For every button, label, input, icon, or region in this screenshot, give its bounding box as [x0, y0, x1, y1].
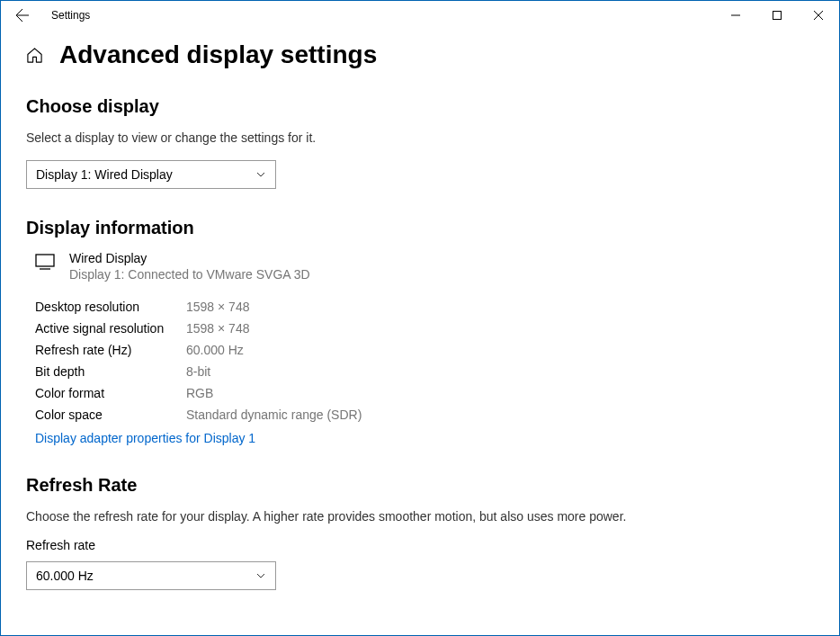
- chevron-down-icon: [255, 169, 266, 180]
- monitor-icon: [35, 254, 55, 282]
- spec-row: Desktop resolution 1598 × 748: [35, 300, 814, 314]
- content-area: Advanced display settings Choose display…: [1, 30, 839, 590]
- display-name: Wired Display: [69, 251, 310, 265]
- display-connection: Display 1: Connected to VMware SVGA 3D: [69, 267, 310, 282]
- refresh-rate-dropdown[interactable]: 60.000 Hz: [26, 561, 276, 590]
- display-information-heading: Display information: [26, 218, 814, 238]
- window-title: Settings: [51, 9, 90, 22]
- spec-row: Color space Standard dynamic range (SDR): [35, 408, 814, 422]
- spec-row: Active signal resolution 1598 × 748: [35, 321, 814, 336]
- choose-display-section: Choose display Select a display to view …: [26, 96, 814, 189]
- chevron-down-icon: [255, 570, 266, 581]
- spec-label: Color space: [35, 408, 186, 422]
- svg-rect-0: [773, 12, 782, 20]
- refresh-rate-heading: Refresh Rate: [26, 475, 814, 496]
- display-adapter-link[interactable]: Display adapter properties for Display 1: [35, 431, 255, 445]
- close-button[interactable]: [798, 1, 839, 30]
- window-controls: [715, 1, 839, 30]
- choose-display-description: Select a display to view or change the s…: [26, 130, 814, 148]
- spec-row: Refresh rate (Hz) 60.000 Hz: [35, 343, 814, 357]
- minimize-button[interactable]: [715, 1, 756, 30]
- maximize-icon: [773, 11, 782, 20]
- spec-value: RGB: [186, 386, 213, 400]
- display-selector-dropdown[interactable]: Display 1: Wired Display: [26, 160, 276, 189]
- spec-label: Bit depth: [35, 364, 186, 379]
- arrow-left-icon: [15, 8, 30, 22]
- spec-row: Bit depth 8-bit: [35, 364, 814, 379]
- titlebar: Settings: [1, 1, 839, 30]
- spec-label: Active signal resolution: [35, 321, 186, 336]
- spec-value: 60.000 Hz: [186, 343, 244, 357]
- page-header: Advanced display settings: [26, 40, 814, 69]
- spec-value: Standard dynamic range (SDR): [186, 408, 362, 422]
- spec-label: Color format: [35, 386, 186, 400]
- display-selector-value: Display 1: Wired Display: [36, 167, 173, 182]
- refresh-rate-label: Refresh rate: [26, 538, 814, 552]
- svg-rect-1: [36, 255, 54, 266]
- minimize-icon: [731, 11, 740, 20]
- home-icon[interactable]: [26, 47, 43, 64]
- close-icon: [814, 11, 823, 20]
- spec-label: Desktop resolution: [35, 300, 186, 314]
- spec-list: Desktop resolution 1598 × 748 Active sig…: [26, 300, 814, 422]
- page-title: Advanced display settings: [59, 40, 377, 69]
- refresh-rate-description: Choose the refresh rate for your display…: [26, 508, 814, 526]
- refresh-rate-value: 60.000 Hz: [36, 569, 94, 583]
- spec-value: 8-bit: [186, 364, 210, 379]
- spec-label: Refresh rate (Hz): [35, 343, 186, 357]
- display-information-section: Display information Wired Display Displa…: [26, 218, 814, 446]
- choose-display-heading: Choose display: [26, 96, 814, 117]
- spec-row: Color format RGB: [35, 386, 814, 400]
- spec-value: 1598 × 748: [186, 300, 249, 314]
- maximize-button[interactable]: [756, 1, 798, 30]
- back-button[interactable]: [8, 1, 37, 30]
- refresh-rate-section: Refresh Rate Choose the refresh rate for…: [26, 475, 814, 591]
- spec-value: 1598 × 748: [186, 321, 249, 336]
- display-card: Wired Display Display 1: Connected to VM…: [35, 251, 814, 282]
